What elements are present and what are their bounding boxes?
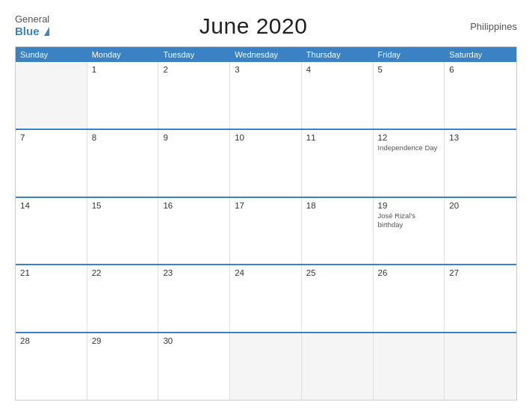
page: General Blue June 2020 Philippines Sunda… (0, 0, 532, 411)
day-number: 27 (449, 268, 512, 277)
day-number: 9 (163, 133, 225, 142)
day-cell: 17 (230, 198, 302, 265)
day-number: 25 (306, 268, 368, 277)
day-headers-row: SundayMondayTuesdayWednesdayThursdayFrid… (16, 47, 516, 62)
day-header-tuesday: Tuesday (158, 47, 230, 62)
day-cell: 23 (158, 265, 230, 332)
logo: General Blue (15, 14, 49, 38)
day-cell: 24 (230, 265, 302, 332)
day-number: 21 (20, 268, 82, 277)
day-cell: 8 (87, 130, 159, 197)
day-number: 23 (163, 268, 225, 277)
day-header-sunday: Sunday (16, 47, 87, 62)
day-number: 2 (163, 65, 225, 74)
day-cell: 3 (230, 62, 302, 129)
day-cell (302, 333, 374, 400)
day-cell: 20 (445, 198, 516, 265)
day-cell: 15 (87, 198, 159, 265)
day-number: 28 (20, 336, 82, 345)
day-header-friday: Friday (374, 47, 445, 62)
day-cell: 14 (16, 198, 87, 265)
day-number: 26 (378, 268, 440, 277)
week-row-5: 282930 (16, 332, 516, 400)
day-cell: 18 (302, 198, 374, 265)
day-number: 17 (235, 201, 297, 210)
day-cell: 19José Rizal's birthday (374, 198, 445, 265)
day-number: 3 (235, 65, 297, 74)
day-cell (16, 62, 87, 129)
week-row-2: 789101112Independence Day13 (16, 129, 516, 197)
day-number: 6 (449, 65, 512, 74)
day-number: 5 (378, 65, 440, 74)
day-number: 18 (306, 201, 368, 210)
day-cell: 2 (158, 62, 230, 129)
calendar: SundayMondayTuesdayWednesdayThursdayFrid… (15, 46, 517, 401)
logo-general-text: General (15, 14, 49, 25)
day-cell: 25 (302, 265, 374, 332)
day-number: 29 (92, 336, 154, 345)
weeks-container: 123456789101112Independence Day131415161… (16, 62, 516, 400)
header: General Blue June 2020 Philippines (15, 13, 517, 39)
day-number: 19 (378, 201, 440, 210)
week-row-3: 141516171819José Rizal's birthday20 (16, 197, 516, 265)
day-cell: 26 (374, 265, 445, 332)
day-cell: 28 (16, 333, 87, 400)
day-cell: 27 (445, 265, 516, 332)
day-number: 7 (20, 133, 82, 142)
day-number: 15 (92, 201, 154, 210)
day-cell: 1 (87, 62, 159, 129)
day-cell: 7 (16, 130, 87, 197)
day-number: 14 (20, 201, 82, 210)
day-number: 13 (449, 133, 512, 142)
day-number: 30 (163, 336, 225, 345)
day-cell: 12Independence Day (374, 130, 445, 197)
day-header-saturday: Saturday (445, 47, 516, 62)
day-cell: 30 (158, 333, 230, 400)
day-number: 11 (306, 133, 368, 142)
day-number: 20 (449, 201, 512, 210)
day-number: 16 (163, 201, 225, 210)
day-cell: 4 (302, 62, 374, 129)
day-cell: 13 (445, 130, 516, 197)
day-cell: 10 (230, 130, 302, 197)
day-cell: 11 (302, 130, 374, 197)
day-header-wednesday: Wednesday (230, 47, 302, 62)
day-header-thursday: Thursday (302, 47, 374, 62)
holiday-label: José Rizal's birthday (378, 211, 440, 230)
day-cell: 21 (16, 265, 87, 332)
day-cell (374, 333, 445, 400)
day-cell: 16 (158, 198, 230, 265)
day-number: 12 (378, 133, 440, 142)
day-cell: 29 (87, 333, 159, 400)
day-number: 10 (235, 133, 297, 142)
day-cell (445, 333, 516, 400)
day-number: 4 (306, 65, 368, 74)
week-row-1: 123456 (16, 62, 516, 129)
day-number: 1 (92, 65, 154, 74)
day-number: 22 (92, 268, 154, 277)
country-label: Philippines (457, 21, 517, 32)
day-cell: 6 (445, 62, 516, 129)
logo-blue-text: Blue (15, 25, 49, 38)
logo-triangle-icon (44, 27, 49, 36)
day-cell: 9 (158, 130, 230, 197)
day-cell (230, 333, 302, 400)
day-number: 24 (235, 268, 297, 277)
day-number: 8 (92, 133, 154, 142)
holiday-label: Independence Day (378, 143, 440, 152)
calendar-title: June 2020 (49, 13, 457, 39)
day-header-monday: Monday (87, 47, 159, 62)
day-cell: 5 (374, 62, 445, 129)
day-cell: 22 (87, 265, 159, 332)
week-row-4: 21222324252627 (16, 264, 516, 332)
